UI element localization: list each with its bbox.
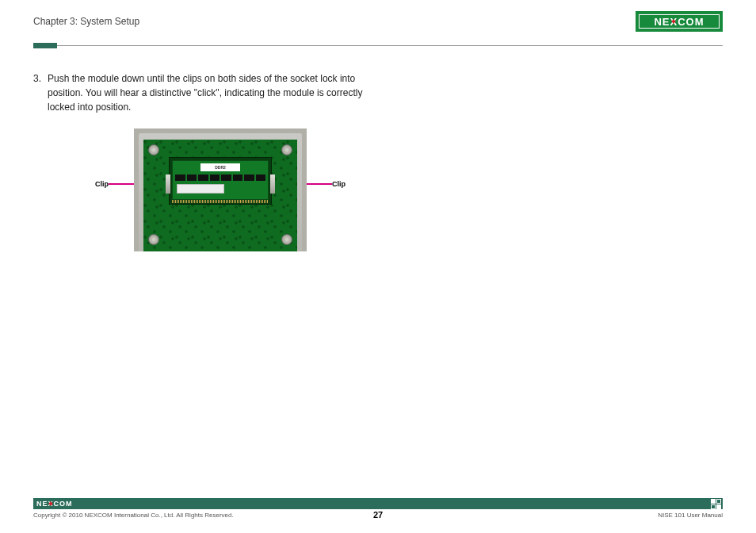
logo-text-pre: NE <box>654 16 670 28</box>
brand-logo: NEXCOM <box>636 11 723 32</box>
standoff-icon <box>281 144 292 155</box>
footer-ornament-icon <box>711 499 721 509</box>
callout-line-left <box>109 183 134 185</box>
footer-logo: NEXCOM <box>36 500 73 508</box>
step-text: Push the module down until the clips on … <box>48 71 382 114</box>
clip-label-right: Clip <box>332 180 346 188</box>
ram-edge-contacts <box>172 200 269 203</box>
doc-title: NISE 101 User Manual <box>658 512 723 519</box>
standoff-icon <box>148 234 159 245</box>
footer-bar: NEXCOM <box>33 498 723 509</box>
standoff-icon <box>281 234 292 245</box>
ram-sticker <box>177 184 224 194</box>
copyright-text: Copyright © 2010 NEXCOM International Co… <box>33 512 234 519</box>
clip-label-left: Clip <box>95 180 109 188</box>
chapter-title: Chapter 3: System Setup <box>33 16 139 27</box>
figure-ram-install: Clip DDR2 <box>95 128 382 251</box>
logo-x-icon: X <box>48 500 54 508</box>
pcb-photo: DDR2 <box>134 128 307 251</box>
header-rule <box>33 43 723 49</box>
standoff-icon <box>148 144 159 155</box>
ram-label: DDR2 <box>200 163 240 171</box>
page-number: 27 <box>373 510 383 520</box>
step-number: 3. <box>33 71 48 114</box>
callout-line-right <box>307 183 332 185</box>
logo-x-icon: X <box>670 16 678 28</box>
clip-right-icon <box>270 174 275 194</box>
instruction-step: 3. Push the module down until the clips … <box>33 71 382 114</box>
clip-left-icon <box>166 174 170 194</box>
logo-text-post: COM <box>678 16 704 28</box>
